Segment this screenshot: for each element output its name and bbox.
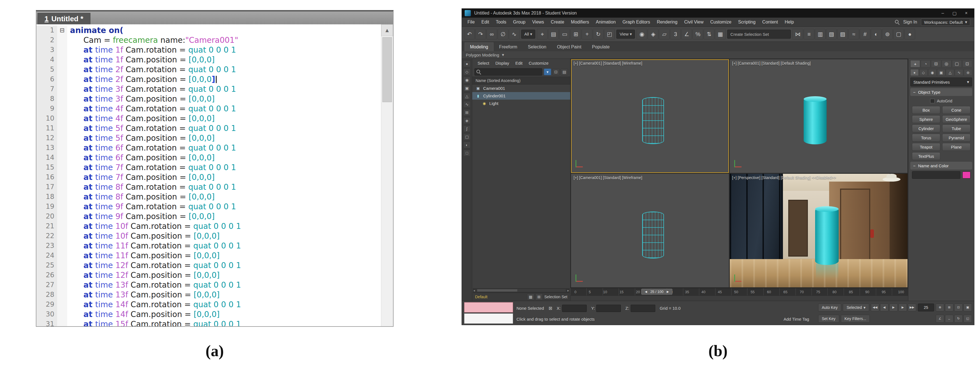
search-icon[interactable] [895, 20, 899, 24]
object-type-sphere-button[interactable]: Sphere [912, 115, 940, 123]
menu-civil-view[interactable]: Civil View [681, 20, 707, 25]
menu-animation[interactable]: Animation [593, 20, 619, 25]
explorer-row-cylinder001[interactable]: ▮Cylinder001 [472, 92, 570, 100]
menu-file[interactable]: File [464, 20, 478, 25]
select-and-scale-icon[interactable]: ◰ [604, 29, 615, 40]
object-type-cone-button[interactable]: Cone [942, 106, 970, 114]
object-type-rollout[interactable]: − Object Type [910, 88, 972, 96]
space-warps-category-icon[interactable]: ∿ [955, 69, 963, 76]
object-type-box-button[interactable]: Box [912, 106, 940, 114]
close-button[interactable]: × [961, 10, 971, 16]
code-lines[interactable]: 1⊟animate on(2Cam = freecamera name:"Cam… [37, 24, 381, 326]
code-line[interactable]: 20at time 9f Cam.position = [0,0,0] [37, 211, 381, 221]
explorer-pick-icon[interactable]: ⊡ [552, 68, 560, 75]
pan-view-icon[interactable]: ↔ [945, 315, 953, 323]
select-and-rotate-icon[interactable]: ↻ [593, 29, 603, 40]
standard-primitives-dropdown[interactable]: Standard Primitives ▾ [910, 78, 972, 86]
editor-scrollbar[interactable]: ▲ [381, 24, 393, 326]
viewport-label[interactable]: [+] [Camera001] [Standard] [Default Shad… [732, 61, 811, 65]
next-frame-arrow-icon[interactable]: ► [666, 290, 670, 294]
code-line[interactable]: 26at time 12f Cam.position = [0,0,0] [37, 270, 381, 280]
render-setup-icon[interactable]: ⊚ [882, 29, 892, 40]
previous-frame-arrow-icon[interactable]: ◄ [644, 290, 648, 294]
reference-coordinate-system-dropdown[interactable]: View ▾ [616, 30, 635, 39]
code-line[interactable]: 10at time 4f Cam.position = [0,0,0] [37, 114, 381, 124]
code-line[interactable]: 6at time 2f Cam.position = [0,0,0] [37, 75, 381, 84]
cylinder-wireframe[interactable] [642, 97, 664, 144]
menu-tools[interactable]: Tools [492, 20, 509, 25]
hscroll-right-icon[interactable]: ► [567, 289, 570, 292]
next-frame-icon[interactable]: ▶ [899, 304, 907, 311]
object-name-input[interactable] [912, 171, 960, 179]
hscroll-thumb[interactable] [477, 289, 517, 292]
workspaces-dropdown[interactable]: Workspaces: Default ▾ [921, 19, 970, 26]
layer-dropdown[interactable]: Default [475, 295, 487, 299]
toggle-scene-explorer-icon[interactable]: ▥ [815, 29, 826, 40]
code-line[interactable]: 25at time 12f Cam.rotation = quat 0 0 0 … [37, 260, 381, 270]
code-line[interactable]: 24at time 11f Cam.position = [0,0,0] [37, 251, 381, 260]
cylinder-shaded[interactable] [803, 97, 827, 144]
mirror-icon[interactable]: ⋈ [792, 29, 803, 40]
spinner-snap-toggle-icon[interactable]: ⇅ [704, 29, 714, 40]
explorer-menu-select[interactable]: Select [474, 61, 492, 65]
polygon-modeling-panel[interactable]: Polygon Modeling [466, 52, 499, 57]
cameras-category-icon[interactable]: ▣ [937, 69, 945, 76]
systems-category-icon[interactable]: ⊚ [964, 69, 972, 76]
viewport-camera-wireframe-top[interactable]: [+] [Camera001] [Standard] [Wireframe] [571, 59, 729, 173]
code-line[interactable]: 17at time 8f Cam.rotation = quat 0 0 0 1 [37, 182, 381, 192]
code-line[interactable]: 28at time 13f Cam.position = [0,0,0] [37, 290, 381, 300]
code-line[interactable]: 18at time 8f Cam.position = [0,0,0] [37, 192, 381, 202]
object-type-torus-button[interactable]: Torus [912, 134, 940, 141]
display-shapes-icon[interactable]: ◇ [463, 68, 471, 75]
select-object-icon[interactable]: ⌖ [537, 29, 547, 40]
rectangular-selection-region-icon[interactable]: ▭ [559, 29, 570, 40]
motion-tab-icon[interactable]: ◎ [942, 60, 951, 67]
code-line[interactable]: 12at time 5f Cam.position = [0,0,0] [37, 133, 381, 143]
rendered-frame-window-icon[interactable]: ▢ [893, 29, 904, 40]
code-line[interactable]: 19at time 9f Cam.rotation = quat 0 0 0 1 [37, 202, 381, 211]
menu-rendering[interactable]: Rendering [653, 20, 681, 25]
display-groups-icon[interactable]: ⊞ [463, 109, 471, 116]
display-frozen-icon[interactable]: □ [463, 150, 471, 156]
cylinder-wireframe[interactable] [642, 211, 664, 258]
material-editor-icon[interactable]: ◐ [871, 29, 881, 40]
viewport-label[interactable]: [+] [Camera001] [Standard] [Wireframe] [574, 176, 643, 180]
maximize-viewport-toggle-icon[interactable]: ◱ [964, 315, 972, 323]
utilities-tab-icon[interactable]: ⊡ [963, 60, 972, 67]
ribbon-tab-object-paint[interactable]: Object Paint [552, 43, 586, 51]
play-animation-icon[interactable]: ▶ [889, 304, 898, 311]
angle-snap-toggle-icon[interactable]: ∠ [681, 29, 692, 40]
viewport-label[interactable]: [+] [Camera001] [Standard] [Wireframe] [574, 61, 643, 65]
select-and-link-icon[interactable]: ∞ [487, 29, 497, 40]
code-line[interactable]: 27at time 13f Cam.rotation = quat 0 0 0 … [37, 280, 381, 290]
redo-icon[interactable]: ↷ [475, 29, 486, 40]
toggle-layer-explorer-icon[interactable]: ▧ [826, 29, 837, 40]
viewport-camera-shaded[interactable]: [+] [Camera001] [Standard] [Default Shad… [730, 59, 907, 173]
time-slider-handle[interactable]: ◄ 25 / 100 ► [641, 289, 672, 295]
selection-set-list-icon[interactable]: ▦ [527, 293, 535, 300]
listener-pane[interactable] [464, 313, 513, 324]
viewport-label[interactable]: [+] [Perspective] [Standard] [Default Sh… [732, 176, 837, 180]
minimize-button[interactable]: – [938, 10, 948, 16]
set-key-button[interactable]: Set Key [818, 315, 839, 323]
menu-content[interactable]: Content [759, 20, 781, 25]
menu-views[interactable]: Views [529, 20, 547, 25]
display-bones-icon[interactable]: ∫ [463, 125, 471, 132]
go-to-end-icon[interactable]: ▶▶ [908, 304, 916, 311]
menu-edit[interactable]: Edit [478, 20, 493, 25]
render-production-icon[interactable]: ● [904, 29, 915, 40]
menu-modifiers[interactable]: Modifiers [568, 20, 593, 25]
explorer-settings-icon[interactable]: ▤ [561, 68, 568, 75]
code-line[interactable]: 5at time 2f Cam.rotation = quat 0 0 0 1 [37, 65, 381, 75]
display-helpers-icon[interactable]: △ [463, 93, 471, 100]
explorer-find-next-icon[interactable]: ▾ [544, 68, 551, 75]
display-tab-icon[interactable]: ▢ [952, 60, 962, 67]
ribbon-tab-populate[interactable]: Populate [587, 43, 615, 51]
curve-editor-icon[interactable]: ≈ [848, 29, 859, 40]
auto-key-button[interactable]: Auto Key [818, 304, 842, 311]
autogrid-checkbox[interactable] [930, 99, 935, 103]
object-color-swatch[interactable] [963, 171, 970, 179]
bind-to-space-warp-icon[interactable]: ∿ [509, 29, 520, 40]
editor-tab[interactable]: 1 Untitled * [38, 13, 91, 24]
macro-recorder-pane[interactable] [464, 302, 513, 312]
